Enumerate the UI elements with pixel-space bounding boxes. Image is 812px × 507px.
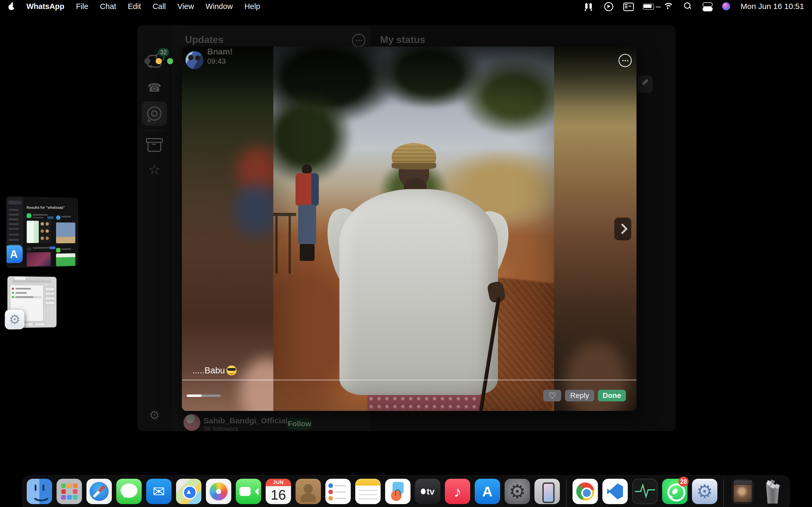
dock-iphone-mirroring[interactable] [535, 478, 560, 507]
calendar-month: JUN [266, 479, 291, 486]
dock-trash[interactable] [760, 478, 785, 507]
server-admin-icon: ⚙ [692, 479, 717, 504]
menu-edit[interactable]: Edit [128, 2, 141, 11]
dock-video-file[interactable] [730, 478, 755, 507]
next-status-chevron[interactable] [614, 218, 631, 240]
result-icon-3 [27, 247, 31, 251]
dock-reminders[interactable] [325, 478, 351, 507]
messages-icon [116, 479, 142, 504]
dock-maps[interactable]: ▲ [176, 478, 201, 507]
dock-separator [723, 479, 724, 507]
status-viewer: Bnam! 09:43 .....Babu ♡ Reply Done [182, 47, 637, 411]
status-progress-fill [187, 395, 202, 397]
menu-bar: WhatsAppFileChatEditCallViewWindowHelp M… [0, 0, 812, 13]
system-settings-icon: ⚙ [505, 479, 530, 504]
new-status-pencil-icon[interactable] [638, 75, 653, 93]
server-admin-gear-icon[interactable]: ⚙ [5, 309, 24, 330]
dock-messages[interactable] [116, 478, 142, 507]
author-avatar [186, 51, 204, 69]
dock-server-admin[interactable]: ⚙ [692, 478, 717, 507]
dock-contacts[interactable] [296, 478, 321, 507]
siri-icon[interactable] [722, 2, 730, 10]
menu-call[interactable]: Call [153, 2, 166, 11]
zoom-button[interactable] [167, 58, 173, 64]
winctl-icon[interactable] [623, 2, 633, 11]
video-file-icon [732, 479, 754, 504]
dock-launchpad[interactable] [57, 478, 82, 507]
wifi-icon[interactable] [662, 2, 673, 11]
safari-icon [87, 479, 112, 504]
caption-divider [182, 380, 637, 380]
photos-icon [206, 479, 231, 504]
menu-help[interactable]: Help [245, 2, 260, 11]
close-button[interactable] [144, 58, 150, 64]
reminders-icon [325, 479, 351, 504]
sunglasses-emoji [226, 365, 237, 376]
app-store-icon[interactable]: A [6, 245, 23, 263]
server-manager-window-thumbnail[interactable]: ⚙ [7, 276, 57, 328]
search-icon[interactable] [683, 2, 693, 11]
dock-system-settings[interactable]: ⚙ [505, 478, 530, 507]
viewer-top-gradient [182, 47, 637, 107]
dock-calendar[interactable]: JUN16 [266, 478, 291, 507]
dock-chrome[interactable] [572, 478, 598, 507]
cc-icon[interactable] [703, 2, 712, 11]
menu-clock[interactable]: Mon Jun 16 10:51 [741, 2, 804, 11]
dock-vscode[interactable] [602, 478, 628, 507]
dock-activity-monitor[interactable] [632, 478, 658, 507]
menu-status-icons [584, 2, 730, 11]
minimize-button[interactable] [156, 58, 162, 64]
dock-freeform[interactable]: ∩ [385, 478, 410, 507]
dock: ✉▲JUN16∩tv♪A⚙28⚙ [22, 475, 790, 507]
finder-icon [27, 479, 52, 504]
reply-button[interactable]: Reply [565, 390, 594, 401]
dock-photos[interactable] [206, 478, 231, 507]
launchpad-icon [57, 479, 82, 504]
dock-mail[interactable]: ✉ [146, 478, 171, 507]
done-button[interactable]: Done [598, 390, 626, 401]
menu-window[interactable]: Window [206, 2, 233, 11]
freeform-icon: ∩ [385, 479, 410, 504]
play-icon[interactable] [604, 2, 613, 11]
airpods-icon[interactable] [584, 2, 594, 11]
viewer-more-icon[interactable] [618, 54, 632, 67]
menu-view[interactable]: View [177, 2, 194, 11]
menu-items: WhatsAppFileChatEditCallViewWindowHelp [8, 2, 260, 11]
dock-whatsapp[interactable]: 28 [662, 478, 688, 507]
mail-icon: ✉ [146, 479, 171, 504]
calendar-icon: JUN16 [266, 479, 291, 504]
vscode-icon [602, 479, 628, 504]
caption-text: .....Babu [192, 365, 225, 376]
dock-facetime[interactable] [236, 478, 261, 507]
battery-icon[interactable] [643, 2, 652, 11]
whatsapp-result-icon [27, 213, 31, 218]
dock-notes[interactable] [355, 478, 380, 507]
appletv-icon: tv [415, 479, 440, 504]
desktop: WhatsAppFileChatEditCallViewWindowHelp M… [0, 0, 812, 507]
dock-safari[interactable] [87, 478, 112, 507]
apple-logo-icon[interactable] [8, 2, 15, 10]
dock-appletv[interactable]: tv [415, 478, 440, 507]
status-progress-bar [187, 395, 220, 397]
notification-badge: 28 [678, 476, 689, 487]
calendar-day: 16 [266, 486, 291, 504]
telegram-result-icon [56, 215, 60, 220]
maps-icon: ▲ [176, 479, 201, 504]
dock-separator [566, 479, 566, 507]
appletv-label: tv [415, 479, 440, 504]
status-caption: .....Babu [192, 365, 237, 376]
dock-appstore[interactable]: A [475, 478, 500, 507]
menu-chat[interactable]: Chat [100, 2, 116, 11]
result-icon-4 [56, 248, 60, 253]
status-author[interactable] [186, 51, 204, 69]
menu-file[interactable]: File [76, 2, 88, 11]
like-button[interactable]: ♡ [543, 390, 561, 401]
dock-finder[interactable] [27, 478, 52, 507]
menu-whatsapp[interactable]: WhatsApp [27, 2, 64, 11]
dock-music[interactable]: ♪ [445, 478, 470, 507]
contacts-icon [296, 479, 321, 504]
chrome-icon [572, 479, 598, 504]
app-store-results-title: Results for "whatsaap" [27, 206, 65, 210]
menu-status-area: Mon Jun 16 10:51 [584, 2, 804, 11]
app-store-window-thumbnail[interactable]: Results for "whatsaap" A [6, 196, 78, 268]
